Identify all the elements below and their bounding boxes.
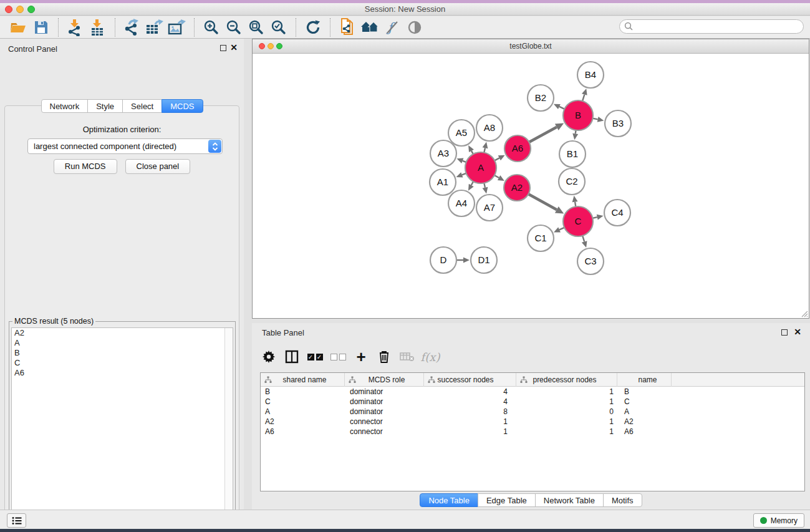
result-item-c[interactable]: C <box>12 358 233 368</box>
import-network-icon[interactable] <box>64 17 87 37</box>
column-header-name[interactable]: name <box>617 373 672 387</box>
table-cell[interactable]: A <box>261 407 345 417</box>
network-from-selection-icon[interactable] <box>336 17 359 37</box>
export-table-icon[interactable] <box>143 17 166 37</box>
node-label-B4: B4 <box>585 69 596 80</box>
export-image-icon[interactable] <box>166 17 188 37</box>
column-header-MCDS-role[interactable]: MCDS role <box>345 373 424 387</box>
zoom-fit-icon[interactable] <box>245 17 268 37</box>
float-panel-icon[interactable] <box>220 45 226 51</box>
table-cell[interactable]: C <box>261 397 345 407</box>
run-mcds-button[interactable]: Run MCDS <box>54 159 117 174</box>
save-session-icon[interactable] <box>30 17 52 37</box>
table-cell[interactable]: dominator <box>345 387 424 397</box>
node-table[interactable]: shared nameMCDS rolesuccessor nodesprede… <box>260 372 805 491</box>
table-cell[interactable]: 1 <box>424 417 516 427</box>
import-table-icon[interactable] <box>87 17 109 37</box>
tab-select[interactable]: Select <box>122 99 162 113</box>
tab-style[interactable]: Style <box>87 99 123 113</box>
close-window-button[interactable] <box>5 6 12 13</box>
zoom-in-icon[interactable] <box>200 17 223 37</box>
hide-edges-icon[interactable]: ƒ <box>381 17 403 37</box>
close-panel-icon[interactable]: ✕ <box>230 42 238 52</box>
table-row[interactable]: A6connector11A6 <box>261 427 804 437</box>
select-all-columns-icon[interactable]: ✓✓ <box>306 347 324 366</box>
table-cell[interactable]: A6 <box>617 427 672 437</box>
table-cell[interactable]: connector <box>345 427 424 437</box>
table-cell[interactable]: A2 <box>617 417 672 427</box>
main-toolbar: ƒ <box>0 16 810 39</box>
cybrowser-home-icon[interactable] <box>359 17 381 37</box>
column-header-successor-nodes[interactable]: successor nodes <box>424 373 516 387</box>
table-tab-edge-table[interactable]: Edge Table <box>478 493 536 507</box>
table-row[interactable]: Bdominator41B <box>261 387 804 397</box>
result-scrollbar[interactable] <box>224 328 233 532</box>
table-cell[interactable]: A <box>617 407 672 417</box>
column-header-predecessor-nodes[interactable]: predecessor nodes <box>516 373 617 387</box>
show-graphics-details-icon[interactable] <box>403 17 426 37</box>
table-cell[interactable]: 0 <box>516 407 617 417</box>
float-table-panel-icon[interactable] <box>781 329 788 336</box>
tab-network[interactable]: Network <box>41 99 88 113</box>
result-item-b[interactable]: B <box>12 348 233 358</box>
table-tab-motifs[interactable]: Motifs <box>603 493 642 507</box>
table-cell[interactable]: dominator <box>345 407 424 417</box>
main-titlebar[interactable]: Session: New Session <box>0 3 810 16</box>
table-cell[interactable]: A2 <box>261 417 345 427</box>
export-network-icon[interactable] <box>121 17 143 37</box>
search-input[interactable] <box>634 22 803 31</box>
table-row[interactable]: A2connector11A2 <box>261 417 804 427</box>
arrowhead-A-A1 <box>456 172 463 177</box>
show-columns-icon[interactable] <box>282 347 301 366</box>
task-history-button[interactable] <box>7 513 26 528</box>
table-cell[interactable]: 1 <box>516 417 617 427</box>
zoom-out-icon[interactable] <box>223 17 245 37</box>
open-file-icon[interactable] <box>7 17 30 37</box>
delete-table-icon[interactable] <box>398 347 417 366</box>
table-cell[interactable]: B <box>261 387 345 397</box>
table-cell[interactable]: 8 <box>424 407 516 417</box>
table-cell[interactable]: dominator <box>345 397 424 407</box>
minimize-window-button[interactable] <box>16 6 24 13</box>
table-cell[interactable]: 1 <box>516 427 617 437</box>
function-builder-icon[interactable]: f(x) <box>421 347 440 366</box>
apply-layout-icon[interactable] <box>302 17 324 37</box>
network-canvas[interactable]: ABCA2A6A1A3A4A5A7A8B1B2B3B4C1C2C3C4DD1 <box>253 54 809 318</box>
network-window-titlebar[interactable]: testGlobe.txt <box>253 39 809 54</box>
table-cell[interactable]: A6 <box>261 427 345 437</box>
add-column-icon[interactable]: + <box>352 347 370 366</box>
close-network-button[interactable] <box>259 43 265 49</box>
table-cell[interactable]: 4 <box>424 387 516 397</box>
delete-column-icon[interactable] <box>375 347 393 366</box>
tab-mcds[interactable]: MCDS <box>162 99 203 113</box>
resize-grip[interactable] <box>801 310 808 317</box>
table-cell[interactable]: 1 <box>516 397 617 407</box>
minimize-network-button[interactable] <box>268 43 274 49</box>
deselect-all-columns-icon[interactable] <box>329 347 347 366</box>
close-panel-button[interactable]: Close panel <box>125 159 191 174</box>
table-cell[interactable]: B <box>617 387 672 397</box>
table-options-gear-icon[interactable] <box>259 347 278 366</box>
table-cell[interactable]: 1 <box>424 427 516 437</box>
close-table-panel-icon[interactable]: ✕ <box>794 327 801 337</box>
network-graph[interactable]: ABCA2A6A1A3A4A5A7A8B1B2B3B4C1C2C3C4DD1 <box>253 54 809 318</box>
table-row[interactable]: Adominator80A <box>261 407 804 417</box>
table-row[interactable]: Cdominator41C <box>261 397 804 407</box>
result-item-a[interactable]: A <box>12 338 233 348</box>
memory-button[interactable]: Memory <box>753 513 804 528</box>
zoom-window-button[interactable] <box>27 6 35 13</box>
search-field[interactable] <box>619 19 804 34</box>
table-cell[interactable]: C <box>617 397 672 407</box>
mcds-result-list[interactable]: A2ABCA6 <box>11 327 233 532</box>
table-tab-node-table[interactable]: Node Table <box>420 493 478 507</box>
table-cell[interactable]: 1 <box>516 387 617 397</box>
result-item-a6[interactable]: A6 <box>12 368 233 378</box>
result-item-a2[interactable]: A2 <box>12 328 233 338</box>
zoom-selected-icon[interactable] <box>268 17 290 37</box>
table-cell[interactable]: connector <box>345 417 424 427</box>
column-header-shared-name[interactable]: shared name <box>261 373 345 387</box>
zoom-network-button[interactable] <box>276 43 282 49</box>
criterion-dropdown[interactable]: largest connected component (directed) <box>27 138 223 154</box>
table-cell[interactable]: 4 <box>424 397 516 407</box>
table-tab-network-table[interactable]: Network Table <box>535 493 604 507</box>
